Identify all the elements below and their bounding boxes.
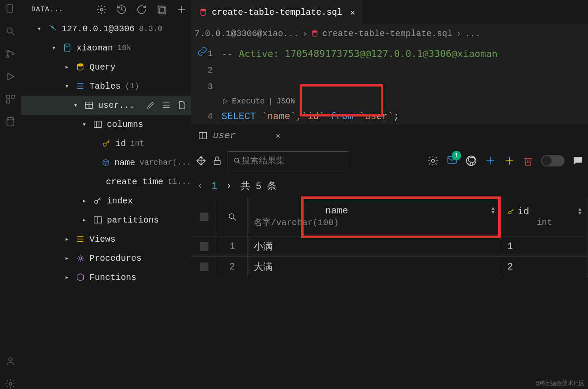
tables-node[interactable]: ▾ Tables (1) bbox=[21, 76, 191, 96]
debug-icon[interactable] bbox=[5, 71, 16, 82]
procedures-node[interactable]: ▸ Procedures bbox=[21, 249, 191, 268]
db-icon bbox=[311, 30, 319, 37]
prev-page[interactable]: ‹ bbox=[197, 181, 203, 192]
table-icon bbox=[84, 100, 94, 110]
trash-icon[interactable] bbox=[523, 156, 533, 166]
link-icon[interactable] bbox=[197, 46, 208, 57]
close-icon[interactable]: ✕ bbox=[350, 7, 355, 18]
annotation-highlight bbox=[301, 196, 501, 238]
cell-id[interactable]: 1 bbox=[501, 236, 588, 257]
breadcrumb[interactable]: 7.0.0.1@3306@xiao...› create-table-templ… bbox=[191, 24, 588, 43]
search-input[interactable] bbox=[241, 156, 344, 166]
svg-rect-14 bbox=[158, 6, 164, 12]
play-icon[interactable] bbox=[221, 98, 228, 105]
svg-point-18 bbox=[65, 44, 70, 47]
database-icon[interactable] bbox=[5, 116, 16, 127]
plus-blue-icon[interactable] bbox=[485, 155, 496, 166]
github-icon[interactable] bbox=[466, 155, 477, 166]
lock-icon[interactable] bbox=[212, 156, 222, 166]
watermark: @稀土掘金技术社区 bbox=[536, 379, 585, 387]
codelens[interactable]: Execute|JSON bbox=[191, 95, 588, 108]
svg-point-3 bbox=[7, 50, 9, 53]
search-results[interactable] bbox=[228, 151, 349, 170]
database-node[interactable]: ▾ xiaoman 16k bbox=[21, 38, 191, 57]
cell-name[interactable]: 大满 bbox=[248, 257, 501, 277]
svg-line-47 bbox=[238, 162, 241, 164]
mail-icon[interactable]: 1 bbox=[446, 154, 458, 168]
sidebar-title: DATA... bbox=[31, 6, 96, 13]
settings-icon[interactable] bbox=[5, 379, 16, 389]
edit-icon[interactable] bbox=[146, 100, 155, 110]
partitions-icon bbox=[93, 215, 102, 225]
svg-line-56 bbox=[233, 218, 236, 220]
svg-point-55 bbox=[229, 213, 234, 218]
list-icon[interactable] bbox=[162, 100, 171, 110]
query-node[interactable]: ▸ Query bbox=[21, 57, 191, 76]
columns-icon bbox=[93, 120, 102, 129]
activity-bar bbox=[0, 0, 21, 389]
column-id[interactable]: id int bbox=[21, 134, 191, 153]
search-icon bbox=[233, 156, 241, 165]
svg-point-46 bbox=[235, 158, 238, 162]
file-icon[interactable] bbox=[177, 100, 187, 110]
annotation-highlight bbox=[300, 84, 383, 116]
connection-node[interactable]: ▾ 127.0.0.1@3306 8.3.0 bbox=[21, 19, 191, 38]
next-page[interactable]: › bbox=[226, 181, 231, 192]
svg-point-11 bbox=[9, 358, 12, 361]
svg-point-4 bbox=[7, 56, 9, 58]
svg-point-48 bbox=[432, 160, 435, 163]
views-node[interactable]: ▸ Views bbox=[21, 229, 191, 249]
index-node[interactable]: ▸ index bbox=[21, 191, 191, 210]
tab-sql-file[interactable]: create-table-template.sql ✕ bbox=[191, 0, 363, 24]
svg-point-40 bbox=[201, 9, 206, 11]
functions-node[interactable]: ▸ Functions bbox=[21, 268, 191, 287]
key-icon bbox=[93, 196, 102, 206]
history-icon[interactable] bbox=[116, 4, 127, 15]
editor-tabs: create-table-template.sql ✕ bbox=[191, 0, 588, 24]
key-icon bbox=[507, 208, 515, 216]
row-checkbox[interactable] bbox=[200, 263, 208, 271]
table-icon bbox=[198, 131, 208, 140]
svg-point-5 bbox=[12, 53, 14, 55]
pager: ‹ 1 › 共 5 条 bbox=[191, 175, 588, 197]
partitions-node[interactable]: ▸ partitions bbox=[21, 210, 191, 229]
toggle-switch[interactable] bbox=[541, 155, 565, 166]
gear-icon[interactable] bbox=[96, 4, 107, 15]
refresh-icon[interactable] bbox=[136, 4, 147, 15]
svg-point-39 bbox=[79, 257, 82, 259]
columns-node[interactable]: ▾ columns bbox=[21, 115, 191, 134]
svg-point-13 bbox=[100, 8, 103, 11]
plus-icon[interactable] bbox=[176, 4, 187, 15]
account-icon[interactable] bbox=[5, 356, 16, 366]
svg-point-19 bbox=[78, 64, 83, 66]
svg-rect-9 bbox=[7, 100, 10, 103]
svg-marker-6 bbox=[8, 73, 14, 80]
svg-point-12 bbox=[9, 382, 12, 385]
svg-point-32 bbox=[103, 143, 106, 146]
close-result-icon[interactable]: ✕ bbox=[276, 131, 281, 140]
svg-rect-8 bbox=[11, 95, 14, 98]
column-create-time[interactable]: create_time ti... bbox=[21, 172, 191, 191]
source-control-icon[interactable] bbox=[5, 49, 16, 59]
move-icon[interactable] bbox=[195, 155, 207, 166]
collapse-icon[interactable] bbox=[156, 4, 167, 15]
row-checkbox[interactable] bbox=[200, 242, 208, 251]
cell-name[interactable]: 小满 bbox=[248, 236, 501, 257]
code-editor[interactable]: 1-- Active: 1705489173753@@127.0.0.1@330… bbox=[191, 43, 588, 124]
search-icon[interactable] bbox=[5, 26, 16, 37]
query-icon bbox=[76, 62, 85, 72]
sidebar: DATA... ▾ 127.0.0.1@3306 8.3.0 ▾ xiaoman… bbox=[21, 0, 191, 389]
result-tab-label[interactable]: user bbox=[213, 130, 236, 141]
comment-icon[interactable] bbox=[572, 155, 584, 166]
cell-id[interactable]: 2 bbox=[501, 257, 588, 277]
column-name[interactable]: name varchar(... bbox=[21, 153, 191, 172]
extensions-icon[interactable] bbox=[5, 94, 16, 104]
gear-icon[interactable] bbox=[427, 155, 439, 166]
select-all-checkbox[interactable] bbox=[200, 213, 208, 221]
files-icon[interactable] bbox=[5, 3, 16, 14]
table-user-node[interactable]: ▾ user... bbox=[21, 96, 191, 115]
plus-yellow-icon[interactable] bbox=[504, 155, 515, 166]
search-icon[interactable] bbox=[228, 212, 237, 222]
cube-icon bbox=[102, 158, 110, 167]
column-header-id[interactable]: id▲▼ int bbox=[501, 197, 588, 236]
